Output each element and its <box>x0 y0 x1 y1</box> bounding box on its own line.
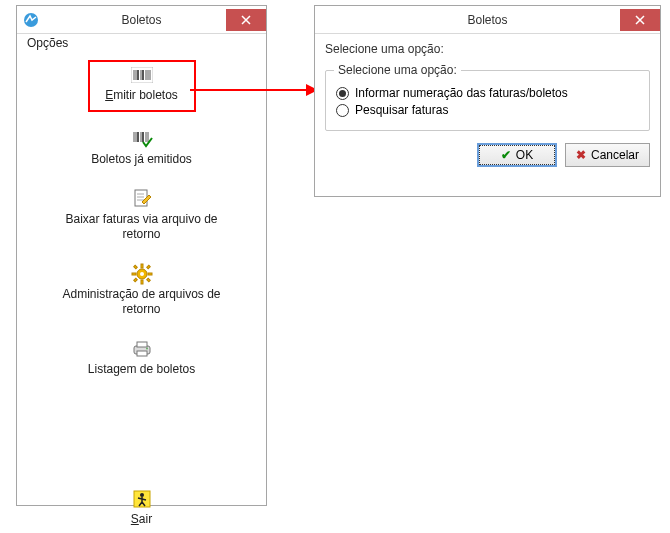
group-legend: Selecione uma opção: <box>334 63 461 77</box>
ok-button[interactable]: ✔ OK <box>477 143 557 167</box>
menu-opcoes[interactable]: Opções <box>23 34 72 52</box>
menu-item-boletos-emitidos[interactable]: Boletos já emitidos <box>52 122 232 172</box>
menu-item-label: Baixar faturas via arquivo de retorno <box>52 212 232 241</box>
svg-point-0 <box>24 13 38 27</box>
menu-item-listagem[interactable]: Listagem de boletos <box>52 332 232 382</box>
button-label: OK <box>516 148 533 162</box>
cancel-button[interactable]: ✖ Cancelar <box>565 143 650 167</box>
svg-rect-28 <box>146 265 150 269</box>
menu-body: Emitir boletos Boletos já emitidos Baixa… <box>17 52 266 533</box>
menu-item-label: Boletos já emitidos <box>91 152 192 166</box>
app-icon <box>23 12 39 28</box>
printer-icon <box>131 338 153 360</box>
close-icon <box>635 15 645 25</box>
svg-rect-24 <box>132 273 136 275</box>
dialog-buttons: ✔ OK ✖ Cancelar <box>325 143 650 167</box>
svg-rect-23 <box>141 280 143 284</box>
document-edit-icon <box>131 188 153 210</box>
menu-item-emitir-boletos[interactable]: Emitir boletos <box>88 60 196 112</box>
barcode-check-icon <box>131 128 153 150</box>
close-button[interactable] <box>620 9 660 31</box>
svg-rect-25 <box>148 273 152 275</box>
window-title: Boletos <box>315 13 660 27</box>
svg-rect-27 <box>146 278 150 282</box>
button-label: Cancelar <box>591 148 639 162</box>
dialog-prompt: Selecione uma opção: <box>325 42 650 56</box>
svg-rect-32 <box>137 342 147 347</box>
option-group: Selecione uma opção: Informar numeração … <box>325 70 650 131</box>
boletos-dialog-window: Boletos Selecione uma opção: Selecione u… <box>314 5 661 197</box>
close-icon <box>241 15 251 25</box>
radio-label: Informar numeração das faturas/boletos <box>355 86 568 100</box>
menu-item-sair[interactable]: Sair <box>52 482 232 532</box>
check-icon: ✔ <box>501 148 511 162</box>
dialog-body: Selecione uma opção: Selecione uma opção… <box>315 34 660 177</box>
svg-point-30 <box>140 272 144 276</box>
menu-item-label: Listagem de boletos <box>88 362 195 376</box>
menu-item-label: Emitir boletos <box>105 88 178 102</box>
svg-rect-33 <box>137 351 147 356</box>
svg-rect-29 <box>133 278 137 282</box>
svg-rect-17 <box>135 190 147 206</box>
svg-point-34 <box>146 347 148 349</box>
svg-rect-22 <box>141 264 143 268</box>
svg-rect-26 <box>133 265 137 269</box>
menu-item-label: Administração de arquivos de retorno <box>52 287 232 316</box>
titlebar: Boletos <box>315 6 660 34</box>
gear-icon <box>131 263 153 285</box>
menu-item-baixar-faturas[interactable]: Baixar faturas via arquivo de retorno <box>52 182 232 247</box>
titlebar: Boletos <box>17 6 266 34</box>
menubar: Opções <box>17 34 266 52</box>
radio-informar-numeracao[interactable]: Informar numeração das faturas/boletos <box>336 86 639 100</box>
radio-label: Pesquisar faturas <box>355 103 448 117</box>
close-button[interactable] <box>226 9 266 31</box>
barcode-icon <box>131 64 153 86</box>
menu-item-label: Sair <box>131 512 152 526</box>
radio-pesquisar-faturas[interactable]: Pesquisar faturas <box>336 103 639 117</box>
svg-point-36 <box>140 493 144 497</box>
radio-icon <box>336 87 349 100</box>
boletos-menu-window: Boletos Opções Emitir boletos Boletos já… <box>16 5 267 506</box>
exit-icon <box>131 488 153 510</box>
x-icon: ✖ <box>576 148 586 162</box>
menu-item-admin-arquivos[interactable]: Administração de arquivos de retorno <box>52 257 232 322</box>
radio-icon <box>336 104 349 117</box>
